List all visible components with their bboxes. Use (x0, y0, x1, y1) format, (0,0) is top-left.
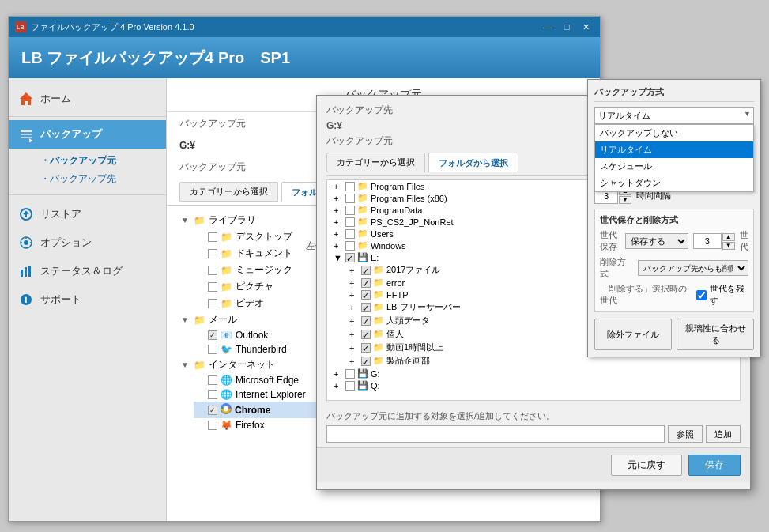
gen-save-row: 世代保存 保存する ▲ ▼ 世代 (600, 229, 748, 253)
cb-outlook[interactable] (208, 330, 217, 340)
tab-category[interactable]: カテゴリーから選択 (179, 182, 278, 202)
cb-ie[interactable] (208, 390, 217, 399)
cb-pd[interactable] (345, 206, 355, 215)
secondary-bottom: バックアップ元に追加する対象を選択/追加してください。 参照 追加 (317, 406, 750, 447)
cb-users[interactable] (345, 229, 355, 239)
thunderbird-icon: 🐦 (221, 344, 232, 355)
gen-up-btn[interactable]: ▲ (722, 233, 735, 241)
sec-tree-drive-g[interactable]: + 💾 G: (330, 368, 740, 379)
method-option-shutdown[interactable]: シャットダウン (595, 175, 753, 191)
path-input-row: 参照 追加 (326, 425, 741, 443)
save-button[interactable]: 保存 (688, 455, 741, 476)
del-label: 削除方式 (600, 256, 633, 280)
svg-marker-0 (20, 92, 32, 105)
cb-windows[interactable] (345, 241, 355, 251)
method-option-schedule[interactable]: スケジュール (595, 158, 753, 175)
maximize-button[interactable]: □ (559, 21, 575, 33)
sidebar-sub-backup-dst[interactable]: ・バックアップ先 (34, 170, 166, 188)
cb-pscs2[interactable] (345, 217, 355, 227)
svg-rect-14 (25, 267, 27, 277)
cb-drive-g[interactable] (345, 369, 355, 379)
cb-firefox[interactable] (208, 421, 217, 430)
del-method-select[interactable]: バックアップ先からも削除する (638, 260, 748, 276)
status-label: ステータス＆ログ (40, 264, 123, 278)
back-button[interactable]: 元に戻す (611, 455, 682, 476)
expand-mail[interactable]: ▼ (179, 315, 190, 324)
cb-product[interactable]: ✓ (361, 357, 371, 366)
gen-down-btn[interactable]: ▼ (722, 242, 735, 250)
method-select[interactable]: リアルタイム (594, 107, 754, 124)
cb-pfx86[interactable] (345, 194, 355, 203)
cb-drive-q[interactable] (345, 381, 355, 391)
cb-personal-data[interactable]: ✓ (361, 316, 371, 326)
sidebar-item-home[interactable]: ホーム (9, 85, 166, 113)
svg-rect-13 (21, 270, 23, 277)
browse-button[interactable]: 参照 (668, 425, 703, 443)
cb-personal[interactable]: ✓ (361, 330, 371, 339)
option-label: オプション (40, 236, 92, 250)
exclude-file-btn[interactable]: 除外ファイル (594, 319, 672, 350)
sidebar-item-backup[interactable]: バックアップ (9, 120, 166, 149)
gen-spinner: ▲ ▼ (693, 233, 735, 250)
folder-video-icon: 📁 (221, 298, 232, 309)
restore-label: リストア (40, 207, 81, 221)
cb-chrome[interactable] (208, 406, 217, 415)
cb-drive-e[interactable]: ✓ (345, 253, 355, 262)
gen-save-label: 世代保存 (600, 229, 620, 253)
dropdown-list[interactable]: バックアップしない リアルタイム スケジュール シャットダウン (594, 124, 754, 192)
expand-pf: + (334, 182, 343, 191)
keep-gen-label: 世代を残す (710, 283, 748, 307)
gen-input[interactable] (693, 233, 722, 249)
sidebar-item-restore[interactable]: リストア (9, 200, 166, 228)
outlook-icon: 📧 (221, 330, 232, 341)
path-input[interactable] (326, 425, 665, 443)
cb-documents[interactable] (208, 249, 217, 258)
sidebar-item-status[interactable]: ステータス＆ログ (9, 257, 166, 285)
svg-point-8 (24, 240, 28, 245)
cb-music[interactable] (208, 266, 217, 275)
expand-internet[interactable]: ▼ (179, 360, 190, 369)
support-icon: i (18, 292, 34, 308)
cb-fftp[interactable]: ✓ (361, 290, 371, 300)
svg-rect-3 (21, 137, 32, 138)
cb-lb[interactable]: ✓ (361, 303, 371, 312)
folder-internet-icon: 📁 (194, 360, 205, 371)
close-button[interactable]: ✕ (578, 21, 594, 33)
time-down-btn[interactable]: ▼ (619, 196, 631, 204)
sec-tab-folder[interactable]: フォルダから選択 (428, 153, 518, 172)
svg-marker-4 (29, 138, 32, 142)
sec-tree-drive-q[interactable]: + 💾 Q: (330, 379, 740, 391)
cb-edge[interactable] (208, 375, 217, 385)
keep-gen-checkbox[interactable] (696, 290, 707, 300)
keep-gen-row: 「削除する」選択時の世代 世代を残す (600, 283, 748, 307)
src-label: バックアップ元 (179, 118, 246, 129)
sidebar-item-support[interactable]: i サポート (9, 285, 166, 314)
cb-2017[interactable]: ✓ (361, 266, 371, 275)
cb-thunderbird[interactable] (208, 345, 217, 354)
title-bar-text: ファイルバックアップ 4 Pro Version 4.1.0 (31, 21, 194, 33)
title-bar: LB ファイルバックアップ 4 Pro Version 4.1.0 — □ ✕ (9, 17, 600, 37)
method-panel-title: バックアップ方式 (594, 86, 754, 102)
cb-pictures[interactable] (208, 282, 217, 292)
method-option-no-backup[interactable]: バックアップしない (595, 125, 753, 141)
folder-pf-icon: 📁 (357, 181, 368, 191)
sec-tab-category[interactable]: カテゴリーから選択 (326, 153, 425, 172)
sidebar-sub-backup-src[interactable]: ・バックアップ元 (34, 152, 166, 170)
gen-save-select[interactable]: 保存する (625, 233, 688, 249)
add-button[interactable]: 追加 (706, 425, 741, 443)
cb-error[interactable]: ✓ (361, 278, 371, 288)
cb-video-1h[interactable]: ✓ (361, 343, 371, 353)
svg-rect-2 (21, 134, 32, 135)
folder-desktop-icon: 📁 (221, 232, 232, 243)
chrome-icon (221, 403, 232, 417)
cb-desktop[interactable] (208, 232, 217, 242)
affinity-btn[interactable]: 親璃性に合わせる (677, 319, 754, 350)
app-header-title: LB ファイルバックアップ4 Pro SP1 (21, 47, 290, 69)
cb-video[interactable] (208, 299, 217, 308)
sidebar-item-option[interactable]: オプション (9, 228, 166, 257)
expand-library[interactable]: ▼ (179, 216, 190, 224)
minimize-button[interactable]: — (540, 21, 556, 33)
tree-mail-label: メール (209, 313, 237, 326)
cb-pf[interactable] (345, 182, 355, 191)
method-option-realtime[interactable]: リアルタイム (595, 141, 753, 158)
